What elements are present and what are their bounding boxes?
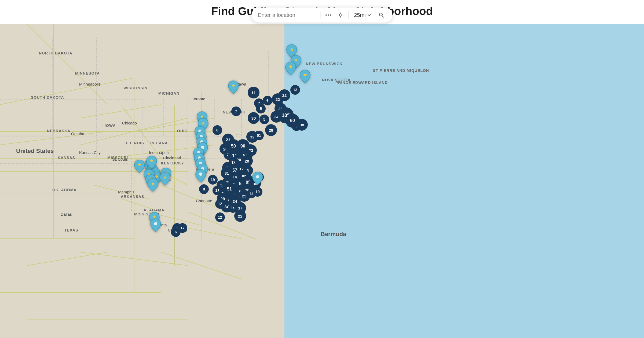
svg-text:★: ★ [303,72,307,78]
cluster-marker[interactable]: 7 [231,106,241,116]
divider-2 [348,11,349,19]
map-container: NORTH DAKOTAMINNESOTASOUTH DAKOTANEBRASK… [0,24,644,338]
pin-marker[interactable]: ★ [147,178,159,193]
svg-point-77 [199,172,202,176]
map-background [0,24,644,338]
cluster-marker[interactable]: 01 [254,131,264,140]
svg-text:★: ★ [288,64,293,69]
cluster-marker[interactable]: 8 [199,184,209,194]
cluster-marker[interactable]: 6 [171,227,181,237]
svg-text:★: ★ [163,175,167,180]
pin-marker[interactable]: ★ [146,155,157,170]
dots-button[interactable] [324,13,333,17]
location-button[interactable] [336,12,345,19]
pin-marker[interactable] [150,218,161,233]
dots-icon [325,13,331,17]
svg-text:★: ★ [149,158,154,163]
svg-text:★: ★ [151,181,155,186]
distance-selector[interactable]: 25mi [352,12,374,19]
cluster-marker[interactable]: 51 [222,182,236,196]
cluster-marker[interactable]: 8 [213,125,222,135]
svg-point-98 [330,14,331,16]
svg-point-97 [328,14,329,16]
pin-marker[interactable] [195,169,206,184]
svg-text:★: ★ [137,162,142,167]
distance-value: 25mi [354,12,365,18]
cluster-marker[interactable]: 11 [248,87,259,98]
cluster-marker[interactable]: 12 [215,212,225,222]
cluster-marker[interactable]: 6 [263,96,272,105]
crosshair-icon [338,12,343,18]
svg-text:★: ★ [231,83,236,88]
pin-marker[interactable]: ★ [159,172,171,187]
search-bar: 25mi [251,8,392,23]
svg-point-87 [154,222,157,225]
search-icon [379,12,385,18]
cluster-marker[interactable]: 24 [229,195,241,207]
svg-text:★: ★ [290,47,294,52]
pin-marker[interactable]: ★ [134,159,145,174]
pin-marker[interactable]: ★ [299,69,311,84]
input-divider [320,11,320,19]
pin-marker[interactable] [252,171,263,186]
cluster-marker[interactable]: 22 [234,210,246,222]
svg-text:★: ★ [201,120,205,126]
cluster-marker[interactable]: 38 [296,119,308,131]
cluster-marker[interactable]: 19 [253,187,262,197]
cluster-marker[interactable]: 19 [208,175,218,185]
cluster-marker[interactable]: 5 [259,115,269,124]
svg-point-96 [325,14,327,16]
cluster-marker[interactable]: 30 [248,112,259,124]
cluster-marker[interactable]: 5 [256,104,266,113]
svg-point-95 [256,175,259,178]
cluster-marker[interactable]: 22 [279,89,290,101]
svg-point-99 [339,14,342,16]
pin-marker[interactable]: ★ [285,61,296,76]
location-input[interactable] [258,12,317,18]
svg-line-105 [382,16,384,17]
cluster-marker[interactable]: 29 [265,124,277,136]
chevron-down-icon [367,13,372,17]
pin-marker[interactable]: ★ [228,80,239,95]
cluster-marker[interactable]: 13 [290,85,300,95]
search-button[interactable] [377,12,386,19]
